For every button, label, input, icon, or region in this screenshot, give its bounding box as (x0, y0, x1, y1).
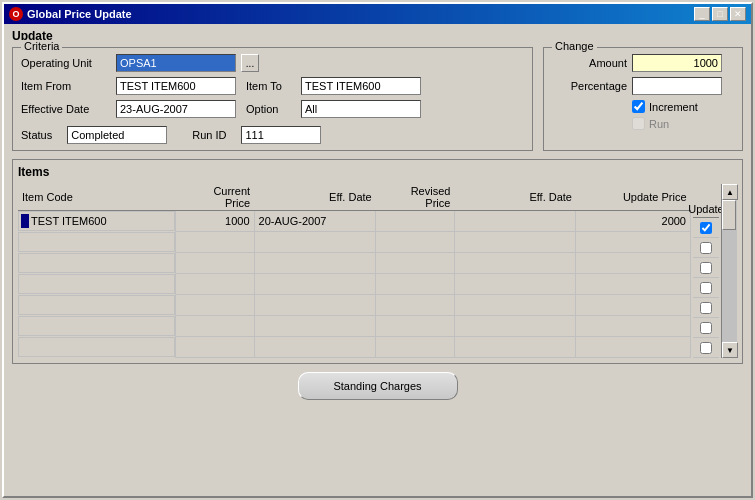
update-checkbox-3[interactable] (700, 282, 712, 294)
cell-current_price: 1000 (175, 211, 254, 232)
cell-revised_price (376, 274, 455, 295)
run-checkbox[interactable] (632, 117, 645, 130)
scrollbar: ▲ ▼ (721, 184, 737, 358)
cell-current_price (175, 295, 254, 316)
percentage-input[interactable] (632, 77, 722, 95)
maximize-button[interactable]: □ (712, 7, 728, 21)
cell-item-code (18, 232, 175, 252)
cell-item-code (18, 295, 175, 315)
operating-unit-input[interactable] (116, 54, 236, 72)
cell-item-code (18, 337, 175, 357)
item-from-label: Item From (21, 80, 111, 92)
items-title: Items (18, 165, 737, 179)
col-header-current-eff-date: Eff. Date (254, 184, 376, 211)
col-header-current-price: CurrentPrice (175, 184, 254, 211)
run-label: Run (649, 118, 669, 130)
minimize-button[interactable]: _ (694, 7, 710, 21)
cell-current_price (175, 232, 254, 253)
cell-update_price: 2000 (576, 211, 691, 232)
cell-revised_eff_date (454, 337, 576, 358)
effective-date-input[interactable] (116, 100, 236, 118)
criteria-title: Criteria (21, 40, 62, 52)
col-header-update-price: Update Price (576, 184, 691, 211)
cell-item-code: TEST ITEM600 (18, 211, 175, 231)
operating-unit-dots-button[interactable]: ... (241, 54, 259, 72)
update-check-row-1 (693, 238, 719, 258)
cell-revised_price (376, 253, 455, 274)
top-panels: Criteria Operating Unit ... Item From It… (12, 47, 743, 151)
cell-update_price (576, 316, 691, 337)
table-row (18, 295, 691, 316)
scroll-up-button[interactable]: ▲ (722, 184, 738, 200)
cell-revised_price (376, 211, 455, 232)
operating-unit-label: Operating Unit (21, 57, 111, 69)
row-indicator (21, 214, 29, 228)
item-to-label: Item To (246, 80, 296, 92)
scroll-track (722, 200, 737, 342)
status-label: Status (21, 129, 52, 141)
item-to-input[interactable] (301, 77, 421, 95)
amount-label: Amount (552, 57, 627, 69)
run-id-label: Run ID (192, 129, 226, 141)
scroll-thumb[interactable] (722, 200, 736, 230)
table-row: TEST ITEM600100020-AUG-20072000 (18, 211, 691, 232)
change-title: Change (552, 40, 597, 52)
update-checkbox-0[interactable] (700, 222, 712, 234)
item-from-input[interactable] (116, 77, 236, 95)
amount-row: Amount (552, 54, 734, 72)
option-label: Option (246, 103, 296, 115)
cell-revised_eff_date (454, 295, 576, 316)
table-row (18, 337, 691, 358)
update-checkbox-2[interactable] (700, 262, 712, 274)
status-row: Status Run ID (21, 126, 524, 144)
cell-revised_price (376, 337, 455, 358)
cell-item-code (18, 274, 175, 294)
increment-checkbox[interactable] (632, 100, 645, 113)
cell-current_eff_date (254, 337, 376, 358)
title-bar: O Global Price Update _ □ ✕ (4, 4, 751, 24)
main-window: O Global Price Update _ □ ✕ Update Crite… (2, 2, 753, 498)
update-label: Update (12, 29, 743, 43)
run-id-input[interactable] (241, 126, 321, 144)
update-checkbox-4[interactable] (700, 302, 712, 314)
update-checkbox-5[interactable] (700, 322, 712, 334)
scroll-down-button[interactable]: ▼ (722, 342, 738, 358)
cell-current_price (175, 337, 254, 358)
cell-revised_price (376, 295, 455, 316)
cell-update_price (576, 337, 691, 358)
cell-revised_eff_date (454, 211, 576, 232)
item-from-row: Item From Item To (21, 77, 524, 95)
update-col-header: Update (693, 184, 719, 218)
cell-item-code (18, 253, 175, 273)
col-header-revised-price: RevisedPrice (376, 184, 455, 211)
criteria-panel: Criteria Operating Unit ... Item From It… (12, 47, 533, 151)
update-checkbox-6[interactable] (700, 342, 712, 354)
close-button[interactable]: ✕ (730, 7, 746, 21)
table-row (18, 232, 691, 253)
update-checkbox-1[interactable] (700, 242, 712, 254)
percentage-row: Percentage (552, 77, 734, 95)
title-bar-left: O Global Price Update (9, 7, 132, 21)
title-buttons: _ □ ✕ (694, 7, 746, 21)
window-title: Global Price Update (27, 8, 132, 20)
update-check-row-5 (693, 318, 719, 338)
cell-current_price (175, 274, 254, 295)
cell-revised_price (376, 316, 455, 337)
col-header-item-code: Item Code (18, 184, 175, 211)
operating-unit-row: Operating Unit ... (21, 54, 524, 72)
cell-update_price (576, 253, 691, 274)
cell-update_price (576, 295, 691, 316)
update-check-row-4 (693, 298, 719, 318)
increment-label: Increment (649, 101, 698, 113)
table-row (18, 316, 691, 337)
status-input[interactable] (67, 126, 167, 144)
table-row (18, 253, 691, 274)
cell-revised_eff_date (454, 316, 576, 337)
cell-current_eff_date (254, 274, 376, 295)
amount-input[interactable] (632, 54, 722, 72)
update-check-row-6 (693, 338, 719, 358)
standing-charges-button[interactable]: Standing Charges (298, 372, 458, 400)
option-input[interactable] (301, 100, 421, 118)
items-table-container: Item Code CurrentPrice Eff. Date Revised… (18, 184, 737, 358)
change-panel: Change Amount Percentage Increment Run (543, 47, 743, 151)
